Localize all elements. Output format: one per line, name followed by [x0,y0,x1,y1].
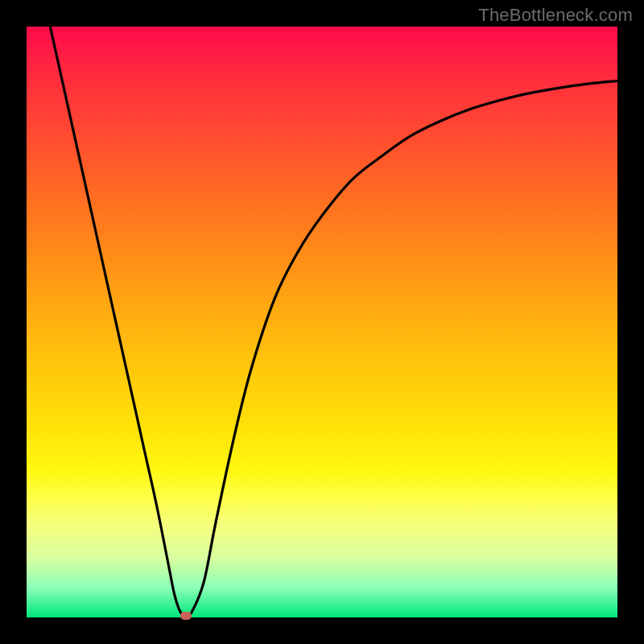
chart-frame: TheBottleneck.com [0,0,644,644]
bottleneck-curve [27,27,617,617]
plot-area [27,27,617,617]
minimum-marker [180,612,192,620]
watermark-text: TheBottleneck.com [478,5,633,26]
